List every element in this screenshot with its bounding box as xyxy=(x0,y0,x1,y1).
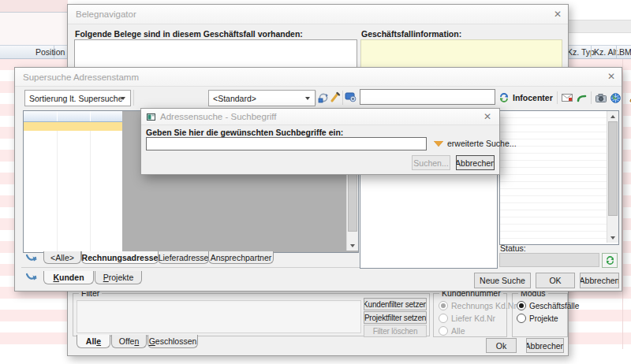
tab-scroll-arrow-icon[interactable] xyxy=(26,273,38,281)
suchen-button: Suchen... xyxy=(412,155,450,170)
ok-button[interactable]: OK xyxy=(536,273,575,288)
tab-geschlossen[interactable]: Geschlossen xyxy=(147,335,198,348)
erweiterte-suche-link[interactable]: erweiterte Suche... xyxy=(447,139,517,148)
toolbar-separator xyxy=(133,90,134,106)
tab-lieferadresse[interactable]: Lieferadresse xyxy=(158,251,209,264)
adressensuche-window: Adressensuche - Suchbegriff ✕ Geben Sie … xyxy=(140,108,500,175)
scrollbar-thumb[interactable] xyxy=(608,121,618,216)
chevron-down-icon xyxy=(121,97,125,100)
sort-combobox[interactable]: Sortierung lt. Supersuche xyxy=(24,90,131,106)
adressensuche-title: Adressensuche - Suchbegriff xyxy=(155,112,276,121)
status-field xyxy=(499,253,599,267)
info-panel-scrollbar[interactable] xyxy=(607,111,618,243)
camera-icon[interactable] xyxy=(596,94,607,102)
column-header-bm: BM xyxy=(619,47,631,57)
column-separator xyxy=(591,46,592,58)
grid-column-separator xyxy=(57,131,58,252)
phone-icon[interactable] xyxy=(577,93,587,102)
infocenter-label[interactable]: Infocenter xyxy=(513,93,553,102)
tab-kunden[interactable]: Kunden xyxy=(43,271,94,284)
globe-icon[interactable] xyxy=(610,93,621,103)
toolbar-separator xyxy=(625,91,625,104)
ok-button[interactable]: Ok xyxy=(486,338,517,353)
layout-combobox-value: <Standard> xyxy=(213,94,256,103)
supersuche-window: Supersuche Adressenstamm ✕ Sortierung lt… xyxy=(14,67,622,292)
column-header-position: Position xyxy=(35,47,65,57)
screen: Position Kz. Typ Kz. Alt. BM Belegnaviga… xyxy=(0,0,631,364)
toolbar-separator xyxy=(316,91,316,105)
radio-projekte-label: Projekte xyxy=(529,314,558,323)
grid-column-separator xyxy=(57,111,58,121)
belegnavigator-title-bar[interactable]: Belegnavigator xyxy=(68,5,568,24)
toolbar-separator xyxy=(342,91,343,105)
tab-projekte[interactable]: Projekte xyxy=(95,271,142,284)
grid-column-separator xyxy=(90,111,91,121)
radio-circle-icon xyxy=(439,326,448,336)
radio-geschaeftsfaelle-label: Geschäftsfälle xyxy=(529,302,579,310)
supersuche-title: Supersuche Adressenstamm xyxy=(15,72,139,82)
tab-ansprechpartner[interactable]: Ansprechpartner xyxy=(208,251,274,264)
toolbar-separator xyxy=(557,91,558,104)
radio-rechnungs-kdnr-label: Rechnungs Kd.Nr xyxy=(451,301,517,310)
radio-alle: Alle xyxy=(439,326,465,336)
tab-alle[interactable]: Alle xyxy=(77,335,110,348)
infocenter-refresh-icon[interactable] xyxy=(499,93,509,102)
adressensuche-close-icon[interactable]: ✕ xyxy=(484,111,491,122)
docs-list-label: Folgende Belege sind in diesem Geschäfts… xyxy=(75,29,303,39)
modus-groupbox: Modus Geschäftsfälle Projekte xyxy=(512,293,568,337)
background-window-area xyxy=(0,13,68,45)
radio-rechnungs-kdnr: Rechnungs Kd.Nr xyxy=(439,301,517,310)
grid-column-separator xyxy=(90,131,91,252)
scroll-down-icon[interactable] xyxy=(347,240,358,251)
case-info-label: Geschäftsfallinformation: xyxy=(361,29,461,39)
radio-circle-icon xyxy=(517,301,526,310)
kundenfilter-setzen-button[interactable]: Kundenfilter setzen xyxy=(364,298,427,310)
grid-columns-area xyxy=(24,111,122,252)
search-term-input[interactable] xyxy=(146,137,427,150)
projektfilter-setzen-button[interactable]: Projektfilter setzen xyxy=(364,311,427,324)
refresh-layout-icon[interactable] xyxy=(318,92,329,103)
radio-liefer-kdnr: Liefer Kd.Nr xyxy=(439,314,495,323)
belegnavigator-close-icon[interactable]: ✕ xyxy=(554,9,562,20)
filter-list-area[interactable] xyxy=(77,300,361,333)
tab-rechnungsadresse[interactable]: Rechnungsadresse xyxy=(81,251,159,264)
status-refresh-button[interactable] xyxy=(602,253,618,268)
background-gray-row xyxy=(567,20,631,33)
layout-combobox[interactable]: <Standard> xyxy=(208,90,316,106)
scroll-up-icon[interactable] xyxy=(607,111,618,121)
filter-loeschen-button: Filter löschen xyxy=(364,325,427,337)
radio-circle-icon xyxy=(439,314,448,323)
tab-scroll-arrow-icon[interactable] xyxy=(26,254,38,262)
radio-alle-label: Alle xyxy=(451,326,465,336)
infocenter-toolbar: Infocenter xyxy=(499,90,631,106)
radio-circle-icon xyxy=(517,314,526,323)
radio-projekte[interactable]: Projekte xyxy=(517,314,558,323)
neue-suche-button[interactable]: Neue Suche xyxy=(474,273,531,288)
adressensuche-title-bar[interactable]: Adressensuche - Suchbegriff xyxy=(141,109,499,125)
edit-brush-icon[interactable] xyxy=(330,91,341,102)
background-top-row xyxy=(0,0,68,13)
grid-header-row[interactable] xyxy=(24,111,122,122)
radio-geschaeftsfaelle[interactable]: Geschäftsfälle xyxy=(517,301,579,310)
search-prompt-label: Geben Sie hier die gewünschten Suchbegri… xyxy=(146,128,343,137)
tab-alle-adressen[interactable]: <Alle> xyxy=(43,251,81,264)
grid-selected-row[interactable] xyxy=(24,122,122,131)
chevron-down-icon xyxy=(305,97,310,100)
abbrechen-button[interactable]: Abbrechen xyxy=(580,273,619,288)
abbrechen-button[interactable]: Abbrechen xyxy=(456,155,495,170)
status-label: Status: xyxy=(500,243,526,253)
sort-combobox-value: Sortierung lt. Supersuche xyxy=(29,94,122,103)
window-icon xyxy=(147,113,155,121)
mail-icon[interactable] xyxy=(562,94,573,102)
settings-gear-icon[interactable] xyxy=(345,91,357,102)
info-list-panel[interactable] xyxy=(499,110,619,245)
tab-offen[interactable]: Offen xyxy=(111,335,147,348)
abbrechen-button[interactable]: Abbrechen xyxy=(526,338,564,353)
kundennummer-groupbox: Kundennummer Rechnungs Kd.Nr Liefer Kd.N… xyxy=(433,293,507,337)
supersuche-title-bar[interactable]: Supersuche Adressenstamm xyxy=(15,68,622,87)
scroll-down-icon[interactable] xyxy=(607,232,618,243)
tab-label: All xyxy=(86,336,96,346)
expand-triangle-icon[interactable] xyxy=(434,141,443,147)
quick-search-input[interactable] xyxy=(360,89,495,105)
supersuche-close-icon[interactable]: ✕ xyxy=(607,71,615,82)
